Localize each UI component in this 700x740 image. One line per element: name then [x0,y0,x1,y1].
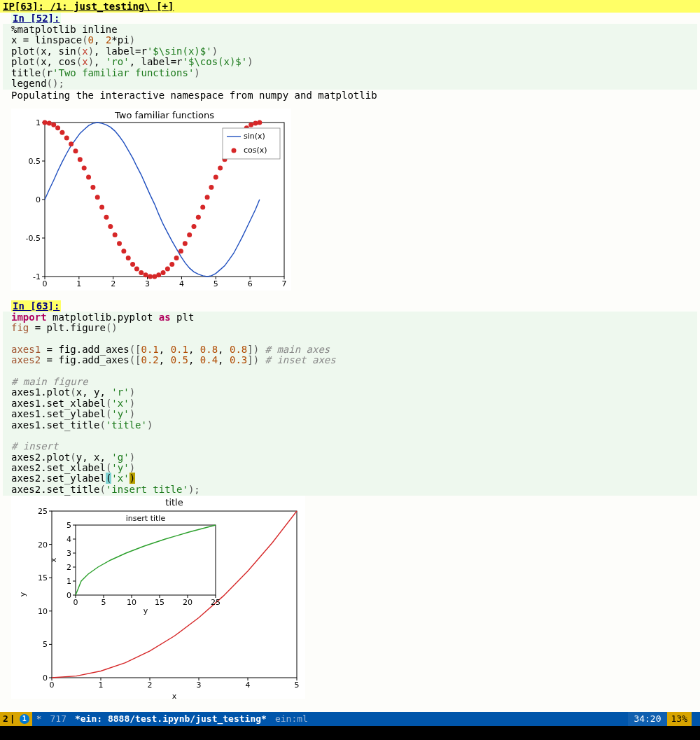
svg-text:-1: -1 [33,272,41,281]
svg-point-36 [78,157,83,162]
svg-point-54 [156,272,161,277]
svg-point-48 [130,261,135,266]
svg-text:0: 0 [50,680,55,690]
svg-text:1: 1 [99,680,104,690]
cell-1-stdout: Populating the interactive namespace fro… [3,90,697,101]
svg-text:0: 0 [36,195,41,204]
svg-point-35 [73,148,78,153]
svg-point-51 [144,272,148,277]
svg-point-47 [126,256,131,260]
cell-1-code[interactable]: %matplotlib inlinex = linspace(0, 2*pi)p… [3,24,697,90]
svg-text:-0.5: -0.5 [26,234,41,243]
svg-text:0: 0 [43,673,48,683]
svg-text:x: x [172,692,177,699]
svg-point-77 [257,120,262,125]
svg-rect-112 [76,525,216,595]
svg-text:4: 4 [66,535,71,544]
emacs-frame: IP[63]: /1: just_testing\ [+] In [52]: %… [0,0,700,740]
scroll-percent: 13% [667,712,692,726]
svg-text:10: 10 [38,607,48,616]
svg-text:3: 3 [197,680,202,690]
svg-text:0: 0 [66,591,71,600]
svg-point-50 [139,270,144,275]
svg-point-44 [113,232,118,237]
svg-point-46 [121,249,126,253]
svg-point-56 [165,266,170,271]
svg-text:5: 5 [43,641,48,650]
svg-text:3: 3 [66,549,71,558]
svg-text:0: 0 [74,598,78,607]
svg-point-66 [209,184,214,189]
svg-point-49 [134,266,139,271]
svg-point-39 [90,184,95,189]
svg-text:x: x [49,558,58,563]
svg-point-81 [232,148,237,153]
svg-text:25: 25 [211,598,220,607]
input-prompt-63: In [63]: [11,300,61,312]
minibuffer[interactable] [0,726,700,740]
svg-point-33 [64,135,69,140]
workspace-indicator[interactable]: 2 | 1 [0,712,32,726]
svg-point-31 [55,125,60,130]
svg-text:0.5: 0.5 [29,157,41,166]
svg-point-32 [59,130,64,134]
workspace-number: 2 [3,712,8,726]
cursor-position: 34:20 [628,712,666,726]
svg-point-75 [248,122,253,127]
svg-text:5: 5 [102,598,106,607]
svg-point-63 [196,214,201,219]
svg-point-40 [95,195,100,200]
svg-text:5: 5 [66,521,71,530]
svg-point-57 [169,261,174,266]
svg-text:15: 15 [155,598,164,607]
line-count: 717 [46,712,70,726]
svg-point-59 [178,249,183,253]
svg-point-34 [69,141,74,146]
cell-2-figure: title0123450510152025xyinsert title05101… [11,496,305,699]
svg-text:2: 2 [111,279,115,288]
svg-point-61 [187,232,192,237]
svg-point-42 [104,214,108,219]
svg-text:5: 5 [295,680,300,690]
svg-point-76 [253,120,258,125]
svg-point-60 [183,241,188,246]
svg-text:1: 1 [76,279,81,288]
frame-titlebar: IP[63]: /1: just_testing\ [+] [0,0,700,13]
svg-point-55 [161,270,166,275]
cell-1[interactable]: In [52]: %matplotlib inlinex = linspace(… [11,13,697,291]
svg-point-45 [117,241,122,246]
svg-text:y: y [144,606,148,615]
svg-text:insert title: insert title [126,514,166,523]
cell-2-code[interactable]: import matplotlib.pyplot as pltfig = plt… [3,312,697,496]
svg-point-29 [47,120,52,125]
svg-text:title: title [165,497,183,508]
modified-indicator: * [32,712,46,726]
svg-point-68 [218,165,223,170]
svg-text:0: 0 [43,279,48,288]
svg-point-67 [214,174,218,179]
cell-2[interactable]: In [63]: import matplotlib.pyplot as plt… [11,300,697,699]
svg-point-52 [148,274,153,279]
window-number: 1 [20,714,29,724]
svg-point-37 [82,165,87,170]
svg-text:3: 3 [145,279,150,288]
svg-text:20: 20 [38,540,48,550]
svg-point-58 [174,256,179,260]
svg-text:20: 20 [183,598,192,607]
modeline-separator-icon: | [8,712,17,726]
svg-text:Two familiar functions: Two familiar functions [114,110,214,120]
svg-point-38 [86,174,91,179]
svg-text:sin(x): sin(x) [244,132,265,141]
svg-text:cos(x): cos(x) [244,146,267,155]
buffer-name[interactable]: *ein: 8888/test.ipynb/just_testing* [71,712,271,726]
notebook-buffer[interactable]: In [52]: %matplotlib inlinex = linspace(… [0,13,700,712]
svg-text:4: 4 [179,279,184,288]
cell-1-figure: Two familiar functions01234567-1-0.500.5… [11,109,291,291]
svg-text:4: 4 [246,680,251,690]
svg-text:6: 6 [248,279,253,288]
svg-text:1: 1 [66,577,71,586]
svg-text:25: 25 [38,507,48,516]
svg-text:1: 1 [36,118,41,127]
svg-point-41 [99,204,104,209]
svg-text:7: 7 [282,279,287,288]
